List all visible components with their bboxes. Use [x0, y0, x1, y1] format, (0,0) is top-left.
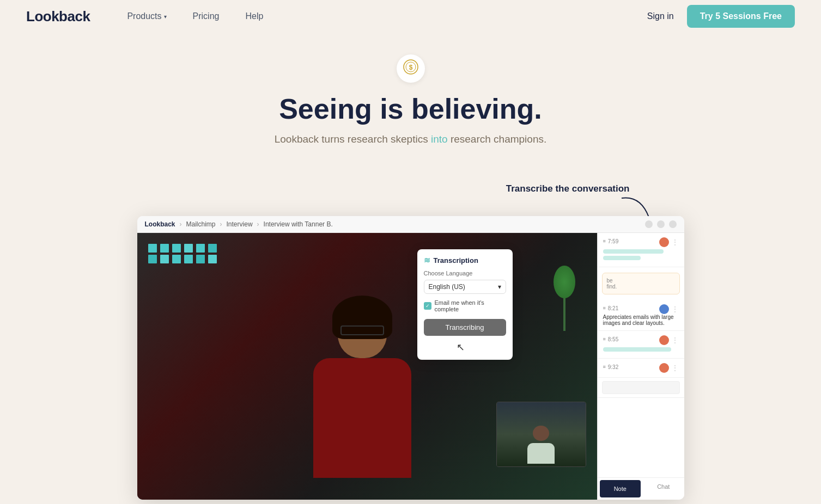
logo[interactable]: Lookback	[26, 8, 90, 25]
annotation-area: Transcribe the conversation	[137, 183, 684, 216]
pip-person-bg	[497, 402, 586, 466]
note-11	[196, 255, 205, 263]
panel-note-1: ≡ 8:21 ⋮ Appreciates emails with large i…	[598, 300, 684, 331]
topbar-sep-1: ›	[180, 220, 182, 228]
note-3	[172, 244, 181, 253]
panel-note-1-text: Appreciates emails with large images and…	[603, 314, 679, 326]
panel-note-0-time: ≡ 7:59	[603, 238, 619, 244]
right-panel: ≡ 7:59 ⋮	[597, 233, 684, 500]
cursor-icon: ↖	[457, 341, 506, 353]
tc-select-chevron: ▾	[498, 283, 501, 291]
screenshot-content: ≋ Transcription Choose Language English …	[137, 233, 684, 500]
screenshot-topbar: Lookback › Mailchimp › Interview › Inter…	[137, 216, 684, 233]
dots-3[interactable]: ⋮	[671, 364, 679, 372]
svg-text:$: $	[409, 64, 412, 71]
panel-bottom-tabs: Note Chat	[598, 477, 684, 500]
tc-language-value: English (US)	[429, 283, 465, 291]
panel-note-3-time: ≡ 9:32	[603, 364, 619, 370]
panel-note-2: ≡ 8:55 ⋮	[598, 331, 684, 359]
topbar-path-3: Interview with Tanner B.	[264, 220, 333, 228]
note-7	[148, 255, 157, 263]
note-icon-0: ≡	[603, 238, 606, 244]
note-icon-1: ≡	[603, 305, 606, 311]
note-1	[148, 244, 157, 253]
hero-title: Seeing is believing.	[11, 94, 810, 125]
note-10	[184, 255, 193, 263]
panel-input-bar[interactable]	[602, 381, 680, 394]
cta-button[interactable]: Try 5 Sessions Free	[687, 5, 795, 28]
person-body	[313, 358, 411, 478]
dots-1[interactable]: ⋮	[671, 305, 679, 314]
tc-title: Transcription	[434, 256, 478, 265]
video-background	[137, 233, 597, 500]
panel-note-3-meta: ⋮	[659, 363, 679, 373]
pip-video	[496, 402, 586, 467]
panel-note-1-time: ≡ 8:21	[603, 305, 619, 311]
topbar-ctrl-2[interactable]	[657, 220, 665, 228]
nav-products[interactable]: Products ▾	[116, 7, 177, 26]
hero-section: $ Seeing is believing. Lookback turns re…	[0, 33, 821, 183]
tc-language-label: Choose Language	[424, 270, 506, 276]
screenshot-section: Transcribe the conversation Lookback › M…	[111, 183, 710, 500]
card-text: befind.	[607, 278, 617, 290]
transcribing-button[interactable]: Transcribing	[424, 319, 506, 336]
tab-note[interactable]: Note	[600, 480, 641, 497]
panel-note-2-meta: ⋮	[659, 335, 679, 345]
hero-brand-icon: $	[403, 59, 418, 78]
avatar-0	[659, 237, 669, 247]
note-2	[160, 244, 169, 253]
topbar-path-2: Interview	[227, 220, 253, 228]
tc-language-select[interactable]: English (US) ▾	[424, 280, 506, 294]
video-area: ≋ Transcription Choose Language English …	[137, 233, 597, 500]
note-8	[160, 255, 169, 263]
panel-note-0-meta: ⋮	[659, 237, 679, 247]
topbar-ctrl-1[interactable]	[645, 220, 653, 228]
panel-note-2-header: ≡ 8:55 ⋮	[603, 335, 679, 345]
avatar-3	[659, 363, 669, 373]
note-6	[208, 244, 217, 253]
panel-note-1-meta: ⋮	[659, 304, 679, 314]
tab-chat[interactable]: Chat	[643, 478, 684, 500]
panel-note-3: ≡ 9:32 ⋮	[598, 359, 684, 378]
chevron-down-icon: ▾	[164, 14, 167, 20]
topbar-sep-3: ›	[257, 220, 259, 228]
panel-card-0: befind.	[602, 273, 680, 294]
note-icon-3: ≡	[603, 364, 606, 370]
note-12	[208, 255, 217, 263]
topbar-ctrl-3[interactable]	[669, 220, 677, 228]
wave-icon: ≋	[424, 256, 430, 265]
panel-note-2-time: ≡ 8:55	[603, 336, 619, 342]
nav-pricing[interactable]: Pricing	[182, 7, 230, 26]
screenshot-frame: Lookback › Mailchimp › Interview › Inter…	[137, 216, 684, 500]
wall-notes	[148, 244, 218, 263]
person-main	[313, 306, 411, 478]
navbar: Lookback Products ▾ Pricing Help Sign in…	[0, 0, 821, 33]
topbar-sep-2: ›	[220, 220, 222, 228]
highlight-0	[603, 249, 664, 254]
transcription-popup: ≋ Transcription Choose Language English …	[417, 249, 513, 360]
person-glasses	[340, 325, 384, 335]
topbar-controls	[645, 220, 677, 228]
tc-checkbox-row: ✓ Email me when it's complete	[424, 299, 506, 312]
panel-note-0: ≡ 7:59 ⋮	[598, 233, 684, 267]
dots-0[interactable]: ⋮	[671, 238, 679, 247]
highlight-2	[603, 347, 671, 352]
avatar-2	[659, 335, 669, 345]
hero-subtitle: Lookback turns research skeptics into re…	[11, 133, 810, 145]
note-4	[184, 244, 193, 253]
dots-2[interactable]: ⋮	[671, 336, 679, 345]
nav-links: Products ▾ Pricing Help	[116, 7, 647, 26]
panel-note-1-header: ≡ 8:21 ⋮	[603, 304, 679, 314]
hero-icon-container: $	[397, 54, 425, 83]
note-9	[172, 255, 181, 263]
tc-checkbox[interactable]: ✓	[424, 302, 431, 310]
panel-input-area	[598, 378, 684, 398]
plant-decoration	[554, 266, 575, 331]
nav-right: Sign in Try 5 Sessions Free	[647, 5, 795, 28]
tc-checkbox-label: Email me when it's complete	[435, 299, 506, 312]
pip-person-shape	[525, 426, 557, 466]
panel-note-0-header: ≡ 7:59 ⋮	[603, 237, 679, 247]
nav-help[interactable]: Help	[234, 7, 274, 26]
person-head	[338, 306, 387, 358]
sign-in-link[interactable]: Sign in	[647, 11, 674, 21]
